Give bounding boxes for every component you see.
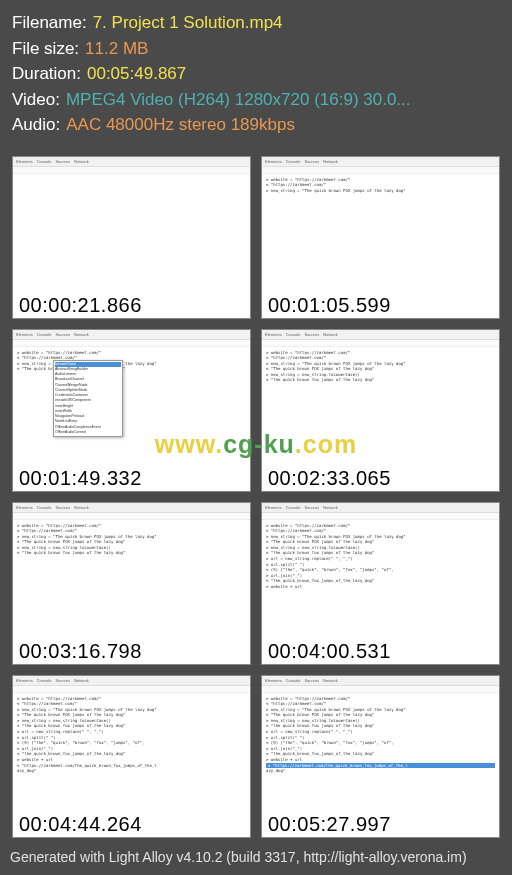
devtools-tab: Console [286, 678, 301, 683]
thumbnail-preview: ElementsConsoleSourcesNetwork> website =… [262, 503, 499, 637]
devtools-tab: Console [286, 332, 301, 337]
console-code: > website = "https://zarkmeet.com/"< "ht… [266, 523, 495, 590]
timestamp: 00:02:33.065 [262, 464, 499, 491]
thumbnail-preview: ElementsConsoleSourcesNetwork [13, 157, 250, 291]
video-value: MPEG4 Video (H264) 1280x720 (16:9) 30.0.… [66, 87, 411, 113]
filename-value: 7. Project 1 Solution.mp4 [93, 10, 283, 36]
devtools-tab: Sources [55, 159, 70, 164]
devtools-tabs: ElementsConsoleSourcesNetwork [13, 157, 250, 167]
devtools-tab: Sources [55, 505, 70, 510]
devtools-tab: Network [74, 505, 89, 510]
video-info-header: Filename: 7. Project 1 Solution.mp4 File… [0, 0, 512, 146]
devtools-tab: Sources [55, 332, 70, 337]
thumbnail-preview: ElementsConsoleSourcesNetwork> website =… [262, 676, 499, 810]
thumbnail-cell: ElementsConsoleSourcesNetwork> website =… [12, 675, 251, 838]
timestamp: 00:03:16.798 [13, 637, 250, 664]
devtools-tab: Network [74, 332, 89, 337]
devtools-tab: Sources [304, 505, 319, 510]
thumbnail-cell: ElementsConsoleSourcesNetwork> website =… [12, 329, 251, 492]
autocomplete-dropdown: toLowerCaseAbstractStringBuilderAudioLis… [53, 360, 123, 438]
audio-label: Audio: [12, 112, 60, 138]
thumbnail-cell: ElementsConsoleSourcesNetwork00:00:21.86… [12, 156, 251, 319]
devtools-tab: Network [74, 159, 89, 164]
devtools-tab: Console [37, 159, 52, 164]
devtools-tabs: ElementsConsoleSourcesNetwork [262, 676, 499, 686]
devtools-tab: Console [286, 505, 301, 510]
thumbnail-cell: ElementsConsoleSourcesNetwork> website =… [261, 156, 500, 319]
devtools-tabs: ElementsConsoleSourcesNetwork [262, 330, 499, 340]
devtools-tab: Elements [16, 678, 33, 683]
thumbnail-cell: ElementsConsoleSourcesNetwork> website =… [261, 329, 500, 492]
devtools-tab: Console [37, 678, 52, 683]
duration-value: 00:05:49.867 [87, 61, 186, 87]
thumbnail-grid: ElementsConsoleSourcesNetwork00:00:21.86… [0, 146, 512, 846]
devtools-tabs: ElementsConsoleSourcesNetwork [13, 503, 250, 513]
devtools-tab: Elements [265, 159, 282, 164]
timestamp: 00:04:00.531 [262, 637, 499, 664]
thumbnail-cell: ElementsConsoleSourcesNetwork> website =… [261, 675, 500, 838]
devtools-tab: Sources [304, 159, 319, 164]
devtools-tab: Network [323, 332, 338, 337]
thumbnail-preview: ElementsConsoleSourcesNetwork> website =… [13, 330, 250, 464]
filesize-value: 11.2 MB [85, 36, 148, 62]
console-code: > website = "https://zarkmeet.com/"< "ht… [266, 696, 495, 774]
thumbnail-cell: ElementsConsoleSourcesNetwork> website =… [261, 502, 500, 665]
timestamp: 00:05:27.997 [262, 810, 499, 837]
devtools-tab: Elements [265, 332, 282, 337]
devtools-tabs: ElementsConsoleSourcesNetwork [13, 330, 250, 340]
filename-label: Filename: [12, 10, 87, 36]
devtools-tab: Console [37, 332, 52, 337]
devtools-tab: Elements [265, 678, 282, 683]
thumbnail-preview: ElementsConsoleSourcesNetwork> website =… [262, 330, 499, 464]
video-label: Video: [12, 87, 60, 113]
devtools-tabs: ElementsConsoleSourcesNetwork [13, 676, 250, 686]
timestamp: 00:04:44.264 [13, 810, 250, 837]
thumbnail-cell: ElementsConsoleSourcesNetwork> website =… [12, 502, 251, 665]
devtools-tab: Network [323, 678, 338, 683]
devtools-tab: Sources [55, 678, 70, 683]
audio-value: AAC 48000Hz stereo 189kbps [66, 112, 295, 138]
filesize-label: File size: [12, 36, 79, 62]
console-code: > website = "https://zarkmeet.com/"< "ht… [266, 177, 495, 194]
devtools-tabs: ElementsConsoleSourcesNetwork [262, 157, 499, 167]
duration-label: Duration: [12, 61, 81, 87]
footer-text: Generated with Light Alloy v4.10.2 (buil… [0, 843, 477, 871]
thumbnail-preview: ElementsConsoleSourcesNetwork> website =… [13, 503, 250, 637]
devtools-tab: Sources [304, 678, 319, 683]
devtools-tab: Elements [16, 332, 33, 337]
devtools-tab: Network [323, 505, 338, 510]
console-code: > website = "https://zarkmeet.com/"< "ht… [17, 696, 246, 774]
console-code: > website = "https://zarkmeet.com/"< "ht… [266, 350, 495, 384]
devtools-tab: Elements [16, 505, 33, 510]
devtools-tabs: ElementsConsoleSourcesNetwork [262, 503, 499, 513]
timestamp: 00:00:21.866 [13, 291, 250, 318]
console-code: > website = "https://zarkmeet.com/"< "ht… [17, 523, 246, 557]
console-code: > website = "https://zarkmeet.com/"< "ht… [17, 350, 246, 372]
thumbnail-preview: ElementsConsoleSourcesNetwork> website =… [262, 157, 499, 291]
devtools-tab: Console [37, 505, 52, 510]
devtools-tab: Console [286, 159, 301, 164]
devtools-tab: Network [323, 159, 338, 164]
devtools-tab: Elements [265, 505, 282, 510]
devtools-tab: Network [74, 678, 89, 683]
thumbnail-preview: ElementsConsoleSourcesNetwork> website =… [13, 676, 250, 810]
devtools-tab: Sources [304, 332, 319, 337]
devtools-tab: Elements [16, 159, 33, 164]
timestamp: 00:01:05.599 [262, 291, 499, 318]
timestamp: 00:01:49.332 [13, 464, 250, 491]
